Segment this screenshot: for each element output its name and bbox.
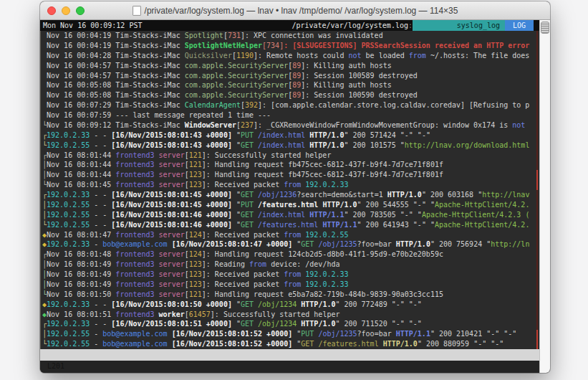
log-segment: ?foo=bar [357, 330, 396, 338]
document-proxy-icon [132, 6, 141, 16]
log-segment: " 200 544555 "-" " [357, 201, 435, 209]
log-segment: /obj/1235 [318, 240, 357, 248]
log-line-31: │192.0.2.55 - bob@example.com [16/Nov/20… [42, 329, 539, 339]
log-segment: ~/.hosts: The file does [426, 52, 530, 60]
log-segment: [16/Nov/2015:08:01:43 +0000] [111, 141, 232, 149]
log-segment: GET [241, 320, 254, 328]
log-segment: HTTP/1.1 [322, 221, 357, 229]
log-segment: server [159, 280, 185, 288]
log-segment: /obj/1234 [258, 300, 297, 308]
log-segment: server [159, 171, 185, 179]
log-segment: not [512, 121, 525, 129]
log-segment: from [409, 52, 426, 60]
log-segment: ]: Killing auth hosts [301, 62, 391, 70]
log-line-14: │Nov 16 08:01:44 frontend3 server[121]: … [42, 160, 539, 170]
log-segment: - - [90, 221, 111, 229]
log-segment: server [159, 231, 185, 239]
log-segment: " 200 711520 "-" "-" [335, 320, 421, 328]
log-segment: " [232, 131, 241, 139]
log-segment: " [232, 300, 241, 308]
log-segment: /index.html [258, 131, 305, 139]
log-segment: bob@example.com [102, 330, 167, 338]
log-segment: from [284, 231, 301, 239]
log-segment: server [159, 151, 185, 159]
log-segment: frontend3 [115, 181, 154, 189]
error-mark [536, 330, 538, 349]
log-format-badge: syslog_log [413, 20, 505, 31]
log-segment: HTTP/1.1 [396, 330, 430, 338]
log-line-30: ┌192.0.2.33 - - [16/Nov/2015:08:01:51 +0… [42, 319, 539, 329]
log-segment: HTTP/1.0 [396, 240, 430, 248]
log-segment: worker [159, 310, 185, 318]
log-segment: 237 [241, 121, 254, 129]
log-segment: Apache-HttpClient/4.2. [435, 201, 529, 209]
minimize-button[interactable] [62, 6, 70, 15]
log-line-9: Nov 16 00:07:59 --- last message repeate… [42, 110, 539, 120]
log-segment: 192.0.2.33 [305, 181, 348, 189]
zoom-button[interactable] [76, 6, 85, 15]
terminal-window: /private/var/log/system.log — lnav • lna… [40, 1, 550, 373]
log-segment: 124 [189, 250, 202, 258]
log-segment: Nov 16 08:01:48 [47, 250, 115, 258]
log-line-28: ◆192.0.2.33 - - [16/Nov/2015:08:01:50 +0… [42, 300, 539, 310]
log-segment: GET [241, 300, 254, 308]
log-segment: [16/Nov/2015:08:01:45 +0000] [111, 191, 232, 199]
log-segment: 731 [228, 32, 241, 39]
log-segment: from [284, 280, 301, 288]
log-segment: - - [90, 320, 111, 328]
log-segment: 192.0.2.33 [47, 240, 90, 248]
log-segment: 121 [189, 290, 202, 298]
log-segment: ]: Successfully started helper [202, 151, 332, 159]
scroll-percent-indicator: 55% [103, 372, 116, 373]
log-line-16: └Nov 16 08:01:45 frontend3 server[123]: … [42, 180, 539, 190]
error-marker-track [536, 31, 538, 349]
log-segment: server [159, 250, 185, 258]
log-segment: server [159, 260, 185, 268]
log-segment: HTTP/1.0 [309, 141, 344, 149]
log-segment: HTTP/1.0 [301, 320, 335, 328]
log-segment: [16/Nov/2015:08:01:50 +0000] [111, 300, 232, 308]
log-line-20: └192.0.2.55 - - [16/Nov/2015:08:01:46 +0… [42, 220, 539, 230]
log-line-4: Nov 16 00:04:57 Tim-Stacks-iMac com.appl… [42, 61, 539, 71]
log-segment: " [292, 340, 301, 348]
log-line-26: │Nov 16 08:01:49 frontend3 server[123]: … [42, 280, 539, 290]
log-line-7: Nov 16 00:05:08 Tim-Stacks-iMac com.appl… [42, 90, 539, 100]
log-segment: bob@example.com [102, 240, 167, 248]
log-segment: 192.0.2.33 [47, 191, 90, 199]
log-segment: 1190 [236, 52, 254, 60]
log-segment: [16/Nov/2015:08:01:46 +0000] [111, 211, 232, 219]
log-line-19: │192.0.2.55 - - [16/Nov/2015:08:01:46 +0… [42, 210, 539, 220]
lnav-prompt-line: Press e/E to move forward/backward throu… [40, 361, 539, 373]
log-segment: Nov 16 08:01:51 [47, 310, 115, 318]
log-segment: Nov 16 08:01:50 [47, 290, 115, 298]
log-segment: 123 [189, 171, 202, 179]
error-mark [536, 170, 538, 190]
log-segment: " 200 783505 "-" " [344, 211, 422, 219]
log-segment: [16/Nov/2015:08:01:43 +0000] [111, 131, 232, 139]
log-segment: CalendarAgent [185, 101, 241, 109]
log-segment: [16/Nov/2015:08:01:45 +0000] [111, 201, 232, 209]
log-segment: GET [301, 340, 314, 348]
scrollbar-thumb[interactable] [541, 22, 549, 34]
log-line-24: │Nov 16 08:01:49 frontend3 server[123]: … [42, 260, 539, 270]
log-line-1: Nov 16 00:04:19 Tim-Stacks-iMac Spotligh… [42, 31, 539, 41]
log-segment: /features.html [258, 201, 318, 209]
log-line-18: │192.0.2.55 - - [16/Nov/2015:08:01:45 +0… [42, 200, 539, 210]
log-segment: http://ln [491, 240, 529, 248]
log-segment: 392 [245, 101, 258, 109]
log-segment: Nov 16 00:09:12 Tim-Stacks-iMac [47, 121, 185, 129]
window-titlebar[interactable]: /private/var/log/system.log — lnav • lna… [40, 1, 550, 20]
log-line-11: ┌192.0.2.33 - - [16/Nov/2015:08:01:43 +0… [42, 130, 539, 141]
close-button[interactable] [47, 6, 56, 15]
log-segment: Nov 16 00:04:57 Tim-Stacks-iMac [47, 62, 185, 70]
log-segment: PUT [301, 330, 314, 338]
log-segment: 121 [189, 161, 202, 168]
log-segment: " [232, 211, 241, 219]
log-segment: [16/Nov/2015:08:01:52 +0000] [172, 340, 293, 348]
log-line-6: Nov 16 00:05:08 Tim-Stacks-iMac com.appl… [42, 80, 539, 90]
log-segment: 192.0.2.55 [47, 330, 90, 338]
log-segment: Nov 16 00:04:28 Tim-Stacks-iMac [47, 52, 185, 60]
terminal-scrollbar[interactable] [539, 20, 550, 373]
log-segment: /features.html [258, 221, 318, 229]
log-segment: frontend3 [115, 280, 154, 288]
